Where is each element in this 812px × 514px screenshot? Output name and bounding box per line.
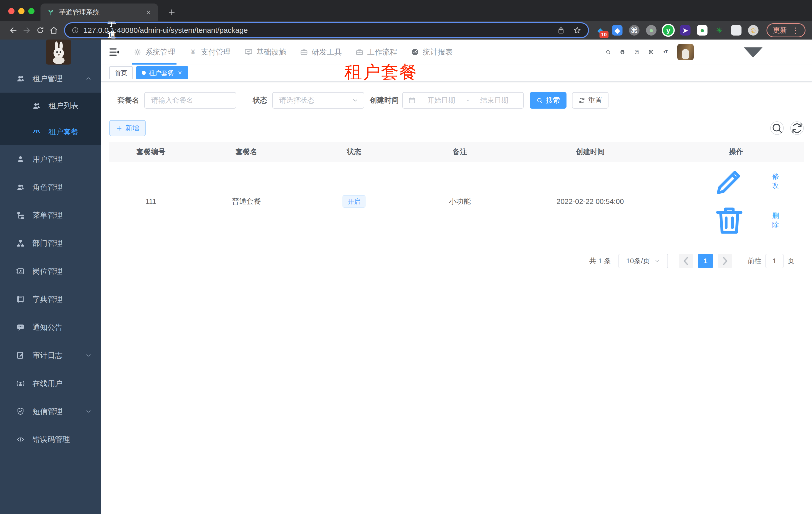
new-tab-button[interactable]	[166, 6, 177, 18]
code-icon	[16, 435, 25, 444]
user-avatar[interactable]	[677, 44, 694, 60]
table-row: 111 普通套餐 开启 小功能 2022-02-22 00:54:00 修改 删…	[109, 162, 804, 241]
sidebar-item-post-management[interactable]: 岗位管理	[0, 257, 101, 285]
fullscreen-button[interactable]	[648, 47, 654, 57]
back-button[interactable]	[6, 24, 20, 37]
filter-bar: 套餐名 状态 请选择状态 创建时间 开始日期 - 结束日期	[109, 92, 804, 109]
goto-page-input[interactable]	[765, 254, 783, 268]
briefcase-icon	[355, 48, 364, 56]
sidebar-item-role-management[interactable]: 角色管理	[0, 173, 101, 201]
forward-button[interactable]	[20, 24, 33, 37]
sidebar-item-user-management[interactable]: 用户管理	[0, 145, 101, 173]
status-select[interactable]: 请选择状态	[272, 92, 364, 109]
pagination: 共 1 条 10条/页 1 前往 页	[109, 254, 804, 268]
home-button[interactable]	[47, 24, 60, 37]
prev-page-button[interactable]	[679, 254, 693, 268]
sidebar-item-tenant-list[interactable]: 租户列表	[0, 92, 101, 119]
top-menu-statistics-report[interactable]: 统计报表	[404, 39, 460, 64]
sidebar-item-menu-management[interactable]: 菜单管理	[0, 201, 101, 229]
package-name-input[interactable]	[144, 92, 236, 109]
current-page[interactable]: 1	[698, 254, 713, 268]
edit-link[interactable]: 修改	[691, 162, 781, 200]
status-placeholder: 请选择状态	[279, 96, 352, 105]
users-icon	[32, 101, 41, 110]
date-range-picker[interactable]: 开始日期 - 结束日期	[402, 92, 524, 109]
home-icon	[49, 26, 58, 35]
end-date-placeholder: 结束日期	[471, 96, 518, 105]
forward-icon	[22, 26, 31, 35]
window-zoom-button[interactable]	[28, 8, 34, 14]
header-search-button[interactable]	[606, 47, 611, 57]
tag-home[interactable]: 首页	[109, 66, 133, 79]
tab-strip: 芋道管理系统	[0, 0, 812, 21]
top-menu-dev-tools[interactable]: 研发工具	[293, 39, 348, 64]
table-toolbar: 新增	[109, 120, 804, 136]
page-content: 套餐名 状态 请选择状态 创建时间 开始日期 - 结束日期	[101, 82, 812, 514]
reset-button[interactable]: 重置	[572, 92, 609, 109]
fullscreen-icon	[648, 47, 654, 57]
user-icon	[16, 155, 25, 164]
sidebar-item-error-code-management[interactable]: 错误码管理	[0, 426, 101, 454]
vip-icon	[32, 128, 41, 137]
reload-button[interactable]	[33, 24, 47, 37]
active-dot	[142, 71, 146, 75]
audit-icon	[16, 351, 25, 360]
sidebar-item-audit-log[interactable]: 审计日志	[0, 341, 101, 369]
font-size-button[interactable]	[663, 47, 668, 57]
help-button[interactable]	[634, 47, 639, 57]
search-icon	[606, 47, 611, 57]
start-date-placeholder: 开始日期	[418, 96, 464, 105]
top-menu-system-management[interactable]: 系统管理	[126, 39, 182, 64]
refresh-icon	[579, 97, 585, 104]
tag-tenant-package[interactable]: 租户套餐	[136, 66, 188, 79]
tab-favicon-icon	[47, 8, 55, 16]
sidebar-item-tenant-package[interactable]: 租户套餐	[0, 119, 101, 145]
delete-link[interactable]: 删除	[691, 201, 781, 239]
plus-icon	[168, 8, 176, 16]
top-menu-payment-management[interactable]: 支付管理	[182, 39, 237, 64]
sidebar-item-sms-management[interactable]: 短信管理	[0, 397, 101, 426]
search-button[interactable]: 搜索	[530, 92, 567, 109]
search-icon	[771, 122, 783, 134]
sidebar-item-online-users[interactable]: 在线用户	[0, 369, 101, 397]
refresh-table-button[interactable]	[790, 121, 804, 135]
users-icon	[16, 74, 25, 83]
sidebar-item-tenant-management[interactable]: 租户管理	[0, 64, 101, 92]
close-icon[interactable]	[177, 70, 183, 76]
browser-tab[interactable]: 芋道管理系统	[40, 3, 158, 21]
site-info-icon[interactable]	[71, 27, 79, 34]
window-close-button[interactable]	[8, 8, 14, 14]
reload-icon	[36, 26, 45, 34]
top-menu-infrastructure[interactable]: 基础设施	[237, 39, 293, 64]
tab-close-icon[interactable]	[145, 9, 151, 15]
status-tag: 开启	[343, 195, 366, 208]
top-menu-workflow[interactable]: 工作流程	[348, 39, 404, 64]
next-page-button[interactable]	[718, 254, 732, 268]
create-time-label: 创建时间	[370, 96, 399, 105]
window-controls	[8, 8, 34, 14]
chevron-down-icon	[85, 408, 92, 415]
dashboard-icon	[411, 48, 419, 56]
monitor-icon	[244, 48, 253, 56]
window-minimize-button[interactable]	[18, 8, 25, 14]
org-icon	[16, 239, 25, 248]
address-bar[interactable]: 127.0.0.1:48080/admin-ui/system/tenant/p…	[65, 23, 588, 37]
sidebar-item-notice-announcement[interactable]: 通知公告	[0, 313, 101, 341]
page-size-select[interactable]: 10条/页	[618, 254, 668, 268]
extension-blue-diamond-icon[interactable]: ◆10	[595, 25, 606, 35]
font-size-icon	[663, 47, 668, 57]
date-separator: -	[466, 96, 469, 104]
chevron-left-icon	[679, 254, 693, 268]
badge-icon	[16, 267, 25, 276]
sidebar-collapse-button[interactable]	[109, 46, 120, 58]
bookmark-star-icon[interactable]	[573, 26, 581, 34]
app-logo[interactable]: 芋道管理系统	[0, 39, 101, 64]
data-table: 套餐编号套餐名状态备注创建时间操作 111 普通套餐 开启 小功能 2022-0…	[109, 142, 804, 241]
add-button[interactable]: 新增	[109, 120, 146, 136]
sidebar-item-dict-management[interactable]: 字典管理	[0, 285, 101, 313]
toggle-search-button[interactable]	[770, 121, 784, 135]
share-icon[interactable]	[557, 26, 565, 34]
github-button[interactable]	[620, 47, 625, 57]
sidebar-item-dept-management[interactable]: 部门管理	[0, 229, 101, 257]
question-icon	[634, 47, 639, 57]
